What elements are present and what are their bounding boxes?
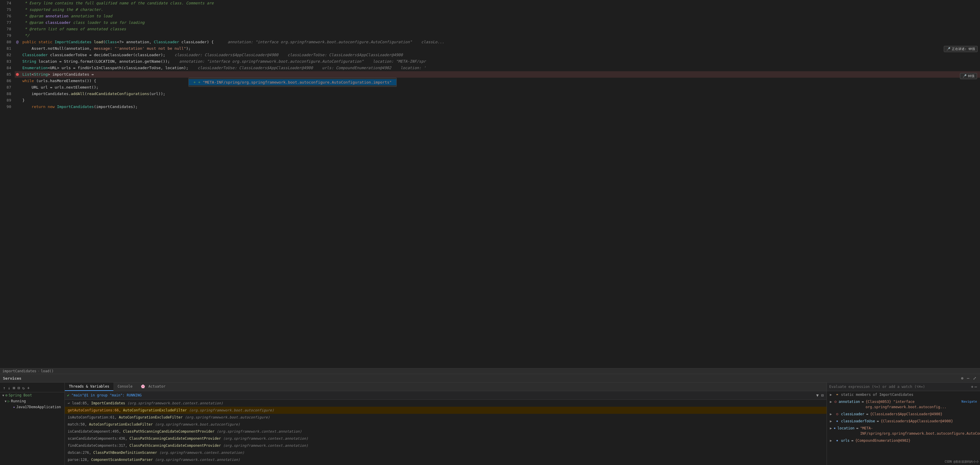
line-number-85: 85 (0, 71, 15, 78)
stack-frame-6[interactable]: findCandidateComponents:317, ClassPathSc… (65, 442, 827, 449)
add-watch-icon[interactable]: + (970, 384, 974, 390)
breadcrumb-item-2[interactable]: load() (41, 369, 54, 373)
breadcrumb-item-1[interactable]: importCandidates (2, 369, 37, 373)
stack-frame-9[interactable]: doProcessConfigurationClass:289, Configu… (65, 463, 827, 465)
tree-item-app[interactable]: ✦ Java17DemoApplication (0, 404, 65, 410)
bp-indicator-75 (15, 6, 20, 13)
var-expand-5[interactable]: ▶ (830, 438, 834, 443)
var-item-2[interactable]: ▶○classLoader = {ClassLoaders$AppClassLo… (827, 411, 980, 417)
line-content-87: URL url = urls.nextElement(); (20, 84, 980, 90)
stack-frame-5[interactable]: scanCandidateComponents:436, ClassPathSc… (65, 435, 827, 442)
code-line-76: 76 * @param annotation annotation to loa… (0, 13, 980, 19)
breadcrumb: importCandidates › load() (0, 368, 980, 374)
services-expand-icon[interactable]: ⤢ (972, 375, 977, 381)
code-line-74: 74 * Every line contains the full qualif… (0, 0, 980, 6)
bp-indicator-82 (15, 52, 20, 58)
var-type-icon-4: ▪ (834, 425, 836, 431)
tab-actuator-label: Actuator (148, 384, 165, 389)
code-line-78: 78 * @return list of names of annotated … (0, 26, 980, 32)
tree-item-running[interactable]: ▼ ▷ Running (0, 398, 65, 404)
var-val-5: {CompoundEnumeration@4902} (855, 438, 910, 443)
code-line-85: 85List<String> importCandidates = (0, 71, 980, 78)
line-content-82: ClassLoader classLoaderToUse = decideCla… (20, 52, 980, 58)
var-val-3: {ClassLoaders$AppClassLoader@4900} (881, 419, 953, 424)
line-number-87: 87 (0, 84, 15, 90)
line-content-75: * supported using the # character. (20, 6, 980, 13)
speaking-indicator-top: 🎤 正在讲述: 钟强 (944, 46, 978, 52)
stack-frame-1[interactable]: getAutoConfigurations:66, AutoConfigurat… (65, 407, 827, 414)
line-content-77: * @param classLoader class loader to use… (20, 19, 980, 26)
stack-frame-8[interactable]: parse:128, ComponentScanAnnotationParser… (65, 456, 827, 463)
tree-toolbar-grid[interactable]: ⊞ (12, 385, 16, 391)
var-name-3: classLoaderToUse (841, 419, 875, 424)
thread-status: ✔ "main"@1 in group "main": RUNNING (67, 393, 142, 397)
mic-icon: 🎤 (947, 47, 951, 51)
center-panel: Threads & Variables Console 🌸 Actuator ✔… (65, 382, 827, 465)
var-item-4[interactable]: ▶▪location = "META-INF/spring/org.spring… (827, 425, 980, 437)
var-val-2: {ClassLoaders$AppClassLoader@4900} (870, 411, 943, 417)
stack-frame-4[interactable]: isCandidateComponent:495, ClassPathScann… (65, 428, 827, 435)
var-expand-2[interactable]: ▶ (830, 411, 834, 417)
services-more-icon[interactable]: ⋯ (966, 375, 970, 381)
stack-frame-0[interactable]: ↩ load:85, ImportCandidates (org.springf… (65, 400, 827, 407)
var-item-1[interactable]: ▶○annotation = {Class@4053} "interface o… (827, 398, 980, 411)
line-content-79: */ (20, 32, 980, 39)
bp-indicator-84 (15, 65, 20, 71)
var-item-3[interactable]: ▶▪classLoaderToUse = {ClassLoaders$AppCl… (827, 417, 980, 425)
line-number-76: 76 (0, 13, 15, 19)
var-item-5[interactable]: ▶▪urls = {CompoundEnumeration@4902} (827, 437, 980, 444)
line-content-84: Enumeration<URL> urls = findUrlsInClassp… (20, 65, 980, 71)
line-content-83: String location = String.format(LOCATION… (20, 58, 980, 65)
thread-filter-icon[interactable]: ▼ ⊟ (816, 392, 824, 398)
code-line-77: 77 * @param classLoader class loader to … (0, 19, 980, 26)
editor-area: 74 * Every line contains the full qualif… (0, 0, 980, 374)
var-type-icon-0: = (835, 392, 839, 397)
tree-chevron-running: ▼ (5, 400, 6, 403)
autocomplete-item[interactable]: + "META-INF/spring/org.springframework.b… (189, 79, 396, 85)
bp-indicator-81 (15, 45, 20, 52)
tab-console[interactable]: Console (113, 382, 137, 391)
bp-indicator-86 (15, 78, 20, 84)
tab-actuator[interactable]: 🌸 Actuator (137, 382, 170, 391)
line-content-86: while (urls.hasMoreElements()) { (20, 78, 980, 84)
code-line-75: 75 * supported using the # character. (0, 6, 980, 13)
tab-threads-variables[interactable]: Threads & Variables (65, 382, 113, 391)
springboot-icon: ⚙ (5, 393, 7, 397)
var-type-icon-2: ○ (835, 411, 839, 417)
var-val-4: "META-INF/spring/org.springframework.boo… (860, 425, 980, 436)
services-settings-icon[interactable]: ⊕ (960, 375, 964, 381)
var-item-0[interactable]: ▶=static members of ImportCandidates (827, 391, 980, 398)
var-expand-1[interactable]: ▶ (830, 399, 832, 405)
stack-frame-2[interactable]: isAutoConfiguration:61, AutoConfiguratio… (65, 414, 827, 421)
tree-toolbar-down[interactable]: ↓ (7, 385, 11, 391)
line-content-80: public static ImportCandidates load(Clas… (20, 39, 980, 45)
tree-toolbar-up[interactable]: ↑ (2, 385, 6, 391)
tree-item-springboot[interactable]: ▼ ⚙ Spring Boot (0, 392, 65, 398)
var-expand-4[interactable]: ▶ (830, 425, 832, 431)
bp-indicator-85 (15, 71, 20, 78)
app-icon: ✦ (13, 405, 15, 409)
tree-toolbar-filter[interactable]: ⊟ (17, 385, 20, 391)
var-expand-3[interactable]: ▶ (830, 419, 834, 424)
var-navigate-1[interactable]: Navigate (961, 399, 977, 405)
bp-indicator-90 (15, 103, 20, 110)
code-line-89: 89} (0, 97, 980, 103)
bp-indicator-74 (15, 0, 20, 6)
stack-frame-3[interactable]: match:50, AutoConfigurationExcludeFilter… (65, 421, 827, 428)
tabs-bar: Threads & Variables Console 🌸 Actuator (65, 382, 827, 391)
bp-indicator-79 (15, 32, 20, 39)
line-content-88: importCandidates.addAll(readCandidateCon… (20, 90, 980, 97)
code-line-86: 86while (urls.hasMoreElements()) { (0, 78, 980, 84)
line-content-85: List<String> importCandidates = (20, 71, 980, 78)
stack-frame-7[interactable]: doScan:276, ClassPathBeanDefinitionScann… (65, 449, 827, 456)
tree-toolbar-refresh[interactable]: ↻ (22, 385, 25, 391)
var-val-1: {Class@4053} "interface org.springframew… (866, 399, 957, 409)
more-options-icon[interactable]: ⋯ (974, 384, 978, 390)
bp-indicator-88 (15, 90, 20, 97)
tree-toolbar-add[interactable]: + (27, 385, 30, 391)
bp-indicator-76 (15, 13, 20, 19)
evaluate-expression-input[interactable] (829, 385, 970, 389)
var-name-1: annotation (838, 399, 860, 405)
var-name-4: location (837, 425, 854, 431)
var-expand-0[interactable]: ▶ (830, 392, 834, 397)
